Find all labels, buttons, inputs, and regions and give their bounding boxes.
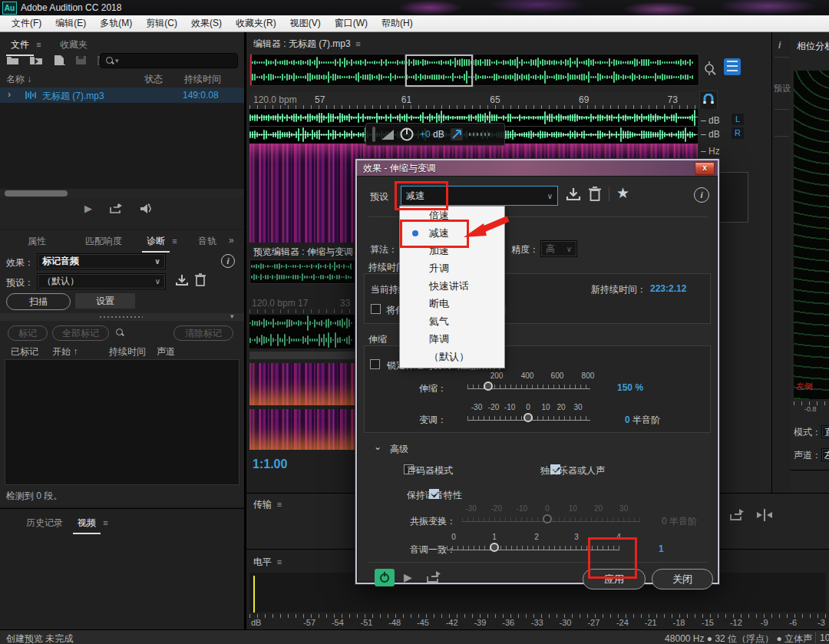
preset-option[interactable]: 断电 [400,295,504,312]
menu-item[interactable]: 多轨(M) [93,15,139,31]
col-marked[interactable]: 已标记 [11,345,38,358]
panel-menu-icon[interactable]: ≡ [277,500,282,509]
overview-selection[interactable] [405,54,473,87]
menu-item[interactable]: 视图(V) [283,15,328,31]
preset-option[interactable]: （默认） [400,348,504,365]
dlg-info-icon[interactable]: i [694,187,709,203]
save-icon[interactable] [75,55,88,65]
preset-option[interactable]: 降调 [400,330,504,348]
stretch-slider-handle[interactable] [484,381,493,391]
timeline-ruler[interactable]: 120.0 bpm 5761656973 [249,92,698,110]
speaker-icon[interactable] [140,203,155,214]
delete-preset-icon[interactable] [195,273,206,286]
tab-favorites[interactable]: 收藏夹 [55,35,92,54]
tab-files[interactable]: 文件 ≡ [6,35,41,56]
clear-marks-button[interactable]: 清除标记 [173,325,233,341]
lock-stretch-pitch-checkbox[interactable] [370,359,380,369]
new-file-icon[interactable] [53,55,65,65]
pitch-slider[interactable]: -30-20-100102030 [467,403,590,426]
menu-item[interactable]: 窗口(W) [328,15,375,31]
panel-menu-icon[interactable]: ≡ [172,236,177,246]
col-duration[interactable]: 持续时间 [109,345,146,358]
channel-left-badge[interactable]: L [732,114,744,125]
menu-item[interactable]: 收藏夹(R) [229,15,283,31]
tab-match-loudness[interactable]: 匹配响度 [81,232,127,251]
snap-magnet-button[interactable] [699,91,718,111]
search-input[interactable]: ▾ [100,53,238,68]
phase-mode-combo[interactable]: 直 [821,425,829,438]
files-col-name[interactable]: 名称 ↓ [6,73,31,86]
row-chevron-icon[interactable]: › [8,89,11,100]
dialog-title-bar[interactable]: 效果 - 伸缩与变调 x [357,160,718,176]
col-channel[interactable]: 声道 [157,345,175,358]
save-preset-icon[interactable] [175,274,189,286]
effect-power-toggle[interactable] [375,569,395,586]
precision-combo[interactable]: 高 ∨ [540,240,577,257]
preset-option[interactable]: 快速讲话 [400,277,504,295]
panel-menu-icon[interactable]: ≡ [36,40,41,49]
formant-slider[interactable]: -30-20-100102030 [462,504,640,527]
files-col-duration[interactable]: 持续时间 [184,73,221,86]
files-col-status[interactable]: 状态 [144,73,163,86]
preview-play-icon[interactable]: ▶ [404,571,412,583]
search-markers-icon[interactable] [115,328,124,339]
menu-item[interactable]: 效果(S) [184,15,229,31]
preset-combo[interactable]: （默认）∨ [37,273,166,289]
close-button[interactable]: 关闭 [652,569,713,590]
panel-menu-icon[interactable]: ≡ [103,518,107,527]
preset-option[interactable]: 氦气 [400,312,504,330]
dock-preset-label[interactable]: 预设 [774,83,791,94]
scan-button[interactable]: 扫描 [6,293,71,310]
dialog-close-button[interactable]: x [695,162,715,175]
tab-video[interactable]: 视频 ≡ [73,514,108,534]
menu-item[interactable]: 剪辑(C) [139,15,184,31]
menu-item[interactable]: 编辑(E) [48,15,93,31]
import-file-icon[interactable] [29,55,43,65]
scrollbar-thumb[interactable] [5,190,68,197]
menu-item[interactable]: 帮助(H) [375,15,420,31]
layers-view-button[interactable] [724,58,741,75]
gain-hud[interactable]: +0 dB [365,123,505,146]
preset-option[interactable]: 升调 [400,259,504,277]
favorite-star-icon[interactable]: ★ [616,184,629,202]
files-hscrollbar[interactable] [0,189,244,198]
tab-overflow[interactable]: 音轨 [193,232,233,251]
phase-scope-display[interactable]: 左侧 [794,71,829,399]
effect-combo[interactable]: 标记音频∨ [37,253,166,269]
collapse-chevron-icon[interactable]: ▾ [230,312,234,320]
info-icon[interactable]: i [221,254,235,268]
pan-zoom-icon[interactable] [702,61,718,77]
panel-menu-icon[interactable]: ≡ [355,39,360,48]
tab-history[interactable]: 历史记录 [21,514,68,533]
tab-properties[interactable]: 属性 [23,232,51,251]
panel-splitter[interactable]: ▾ [0,313,244,321]
split-arrows-icon[interactable] [756,509,773,521]
preview-loop-icon[interactable] [425,571,441,583]
delete-preset-icon[interactable] [589,187,601,201]
pitch-slider-handle[interactable] [523,413,533,422]
preview-scrollbar[interactable] [249,352,355,359]
dock-info-icon[interactable]: i [778,40,781,51]
settings-button[interactable]: 设置 [75,293,135,309]
overview-strip[interactable] [249,54,699,86]
vertical-scale-widget[interactable] [719,172,748,223]
stretch-slider[interactable]: 200400600800 [467,372,590,395]
menu-item[interactable]: 文件(F) [5,15,48,31]
preview-overview-strip[interactable] [249,259,355,284]
panel-menu-icon[interactable]: ≡ [277,557,282,566]
tabs-more-icon[interactable]: » [229,235,234,246]
advanced-title[interactable]: 高级 [390,443,408,456]
hud-fader-handle[interactable] [372,127,375,142]
formant-slider-handle[interactable] [543,514,552,523]
loop-export-icon[interactable] [109,203,123,214]
save-preset-icon[interactable] [566,187,581,201]
hud-arrow-icon[interactable] [451,128,463,140]
file-row[interactable]: › 无标题 (7).mp3 149:0.08 [0,88,244,103]
col-start[interactable]: 开始 ↑ [52,345,78,358]
hud-mini-slider[interactable] [469,133,490,136]
gain-knob-icon[interactable] [400,127,414,141]
loop-icon[interactable] [728,509,744,521]
open-folder-icon[interactable] [6,55,19,65]
lock-duration-checkbox[interactable] [371,304,381,314]
phase-channel-combo[interactable]: 左 [821,448,829,461]
